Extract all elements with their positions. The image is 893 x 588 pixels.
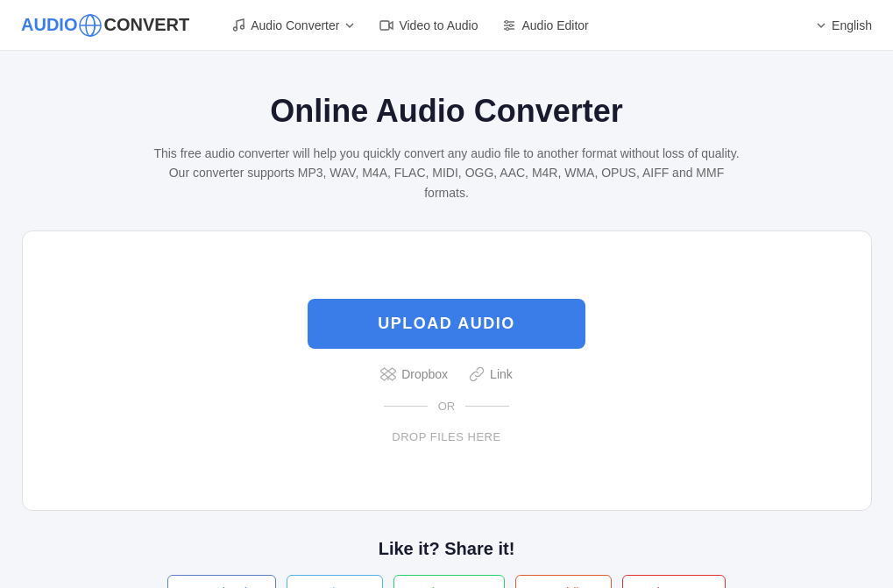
logo-icon bbox=[79, 14, 102, 37]
svg-point-4 bbox=[241, 25, 245, 29]
chevron-down-icon-lang bbox=[816, 20, 826, 31]
nav-items: Audio Converter Video to Audio Audio Edi… bbox=[221, 11, 816, 39]
page-title: Online Audio Converter bbox=[270, 93, 623, 130]
or-line-left bbox=[384, 406, 428, 407]
nav-item-audio-editor[interactable]: Audio Editor bbox=[492, 11, 599, 39]
music-note-icon bbox=[231, 18, 245, 32]
link-option[interactable]: Link bbox=[469, 366, 513, 382]
drop-files-text: DROP FILES HERE bbox=[392, 430, 500, 443]
sliders-icon bbox=[502, 18, 516, 32]
logo-audio-text: AUDIO bbox=[21, 15, 77, 35]
link-label: Link bbox=[490, 367, 513, 381]
video-icon bbox=[379, 18, 393, 32]
upload-box: UPLOAD AUDIO Dropbox Link bbox=[22, 230, 872, 511]
share-facebook-button[interactable]: Facebook bbox=[167, 575, 276, 588]
svg-rect-5 bbox=[380, 21, 389, 30]
dropbox-option[interactable]: Dropbox bbox=[380, 366, 448, 382]
language-label: English bbox=[832, 18, 872, 32]
language-selector[interactable]: English bbox=[816, 18, 872, 32]
dropbox-label: Dropbox bbox=[401, 367, 448, 381]
svg-point-9 bbox=[506, 20, 508, 23]
svg-point-11 bbox=[507, 27, 509, 30]
or-text: OR bbox=[438, 400, 456, 413]
nav-video-to-audio-label: Video to Audio bbox=[399, 18, 478, 32]
nav-item-audio-converter[interactable]: Audio Converter bbox=[221, 11, 365, 39]
share-section: Like it? Share it! Facebook Twitter What… bbox=[167, 539, 725, 588]
share-title: Like it? Share it! bbox=[379, 539, 515, 559]
nav-item-video-to-audio[interactable]: Video to Audio bbox=[369, 11, 488, 39]
share-buttons: Facebook Twitter WhatsApp Reddit Pintere… bbox=[167, 575, 725, 588]
share-whatsapp-button[interactable]: WhatsApp bbox=[393, 575, 505, 588]
share-twitter-button[interactable]: Twitter bbox=[287, 575, 383, 588]
page-description: This free audio converter will help you … bbox=[149, 144, 745, 202]
or-divider: OR bbox=[384, 400, 510, 413]
main-content: Online Audio Converter This free audio c… bbox=[0, 51, 893, 588]
share-pinterest-button[interactable]: Pinterest bbox=[622, 575, 725, 588]
share-reddit-button[interactable]: Reddit bbox=[515, 575, 612, 588]
nav-audio-converter-label: Audio Converter bbox=[251, 18, 339, 32]
logo-convert-text: CONVERT bbox=[103, 15, 189, 35]
chevron-down-icon bbox=[344, 20, 355, 31]
dropbox-icon bbox=[380, 366, 396, 382]
nav-audio-editor-label: Audio Editor bbox=[521, 18, 588, 32]
svg-point-3 bbox=[234, 27, 237, 31]
navbar: AUDIO CONVERT Audio Converter bbox=[0, 0, 893, 51]
logo-link[interactable]: AUDIO CONVERT bbox=[21, 14, 189, 37]
upload-options: Dropbox Link bbox=[380, 366, 513, 382]
or-line-right bbox=[465, 406, 509, 407]
upload-audio-button[interactable]: UPLOAD AUDIO bbox=[308, 299, 585, 349]
link-icon bbox=[469, 366, 485, 382]
svg-point-10 bbox=[510, 24, 513, 26]
